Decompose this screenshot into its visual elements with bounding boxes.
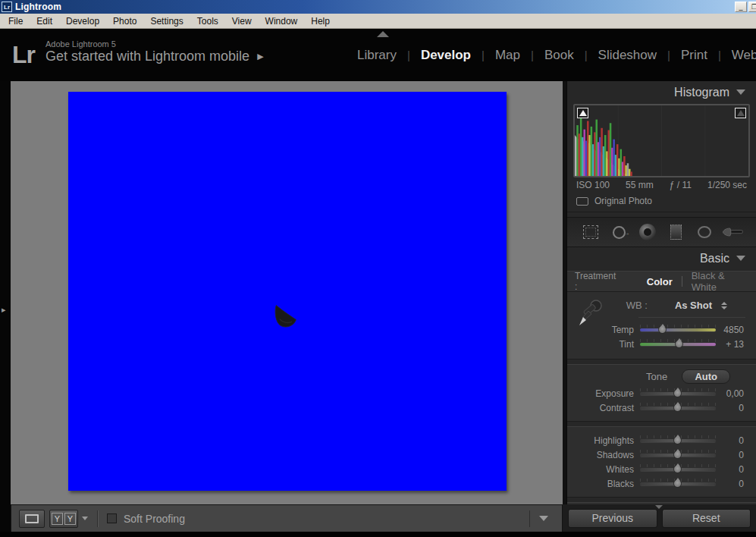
temp-slider[interactable] (640, 328, 716, 331)
tone-section: Tone Auto Exposure 0,00 Contrast 0 (567, 364, 756, 422)
highlight-clipping-icon (737, 110, 745, 116)
whites-value[interactable]: 0 (716, 464, 744, 475)
module-map[interactable]: Map (485, 45, 531, 66)
mobile-promo-link[interactable]: Get started with Lightroom mobile (45, 49, 249, 64)
menu-photo[interactable]: Photo (106, 14, 143, 28)
photo-preview[interactable] (68, 92, 507, 491)
graduated-filter-tool[interactable] (664, 221, 687, 243)
exposure-value[interactable]: 0,00 (716, 388, 744, 399)
module-web[interactable]: Web (721, 45, 756, 66)
highlights-slider[interactable] (640, 439, 716, 442)
develop-canvas (11, 81, 563, 504)
minimize-button[interactable]: _ (735, 2, 747, 12)
module-library[interactable]: Library (347, 45, 407, 66)
shadow-clipping-indicator[interactable] (577, 108, 588, 118)
whites-slider-row: Whites 0 (573, 462, 750, 476)
exposure-slider-row: Exposure 0,00 (573, 386, 750, 400)
exif-info: ISO 100 55 mm ƒ / 11 1/250 sec (567, 177, 756, 192)
red-eye-tool[interactable] (636, 221, 659, 243)
menu-edit[interactable]: Edit (30, 14, 59, 28)
maximize-button[interactable]: ❐ (748, 2, 756, 12)
auto-tone-button[interactable]: Auto (682, 369, 730, 384)
menu-tools[interactable]: Tools (190, 14, 225, 28)
exposure-slider[interactable] (640, 392, 716, 395)
adjustment-brush-tool[interactable] (721, 221, 744, 243)
blacks-slider-thumb[interactable] (673, 479, 682, 488)
spot-removal-tool[interactable] (607, 221, 630, 243)
radial-filter-icon (698, 226, 711, 238)
menu-view[interactable]: View (225, 14, 259, 28)
window-title: Lightroom (15, 2, 61, 12)
module-develop[interactable]: Develop (410, 45, 482, 66)
blacks-label: Blacks (573, 479, 634, 489)
menu-develop[interactable]: Develop (59, 14, 106, 28)
contrast-slider[interactable] (640, 407, 716, 410)
temp-value[interactable]: 4850 (716, 325, 744, 335)
bottom-edge (0, 532, 756, 537)
module-book[interactable]: Book (534, 45, 585, 66)
collapsed-left-panel[interactable]: ▸ (0, 81, 11, 504)
radial-filter-tool[interactable] (693, 221, 716, 243)
reset-button[interactable]: Reset (662, 509, 751, 528)
previous-button[interactable]: Previous (568, 509, 657, 528)
menu-window[interactable]: Window (259, 14, 305, 28)
module-print[interactable]: Print (670, 45, 718, 66)
original-photo-icon (576, 197, 588, 206)
histogram-header[interactable]: Histogram (567, 81, 756, 103)
tint-slider[interactable] (640, 343, 716, 346)
shadows-label: Shadows (573, 450, 634, 460)
highlight-clipping-indicator[interactable] (735, 108, 746, 118)
soft-proofing-checkbox[interactable] (107, 513, 117, 523)
exposure-slider-thumb[interactable] (673, 389, 682, 397)
highlights-label: Highlights (573, 435, 634, 446)
loupe-view-icon (25, 514, 39, 523)
toolbar-options-icon[interactable] (539, 516, 548, 521)
histogram-collapse-icon[interactable] (736, 90, 745, 95)
module-slideshow[interactable]: Slideshow (588, 45, 668, 66)
temp-slider-thumb[interactable] (658, 325, 667, 334)
shadows-slider[interactable] (640, 454, 716, 457)
histogram-display[interactable] (573, 104, 750, 177)
tone-range-section: Highlights 0 Shadows 0 Whites (567, 426, 756, 498)
wb-label: WB : (626, 300, 648, 311)
compare-dropdown-icon[interactable] (82, 517, 88, 520)
menu-file[interactable]: File (2, 14, 30, 28)
highlights-slider-row: Highlights 0 (573, 433, 750, 448)
loupe-view-button[interactable] (19, 510, 45, 528)
wb-eyedropper-icon[interactable] (576, 298, 604, 330)
whites-slider-thumb[interactable] (673, 465, 682, 473)
treatment-bw-option[interactable]: Black & White (692, 270, 748, 293)
basic-collapse-icon[interactable] (736, 256, 745, 261)
show-left-panel-icon[interactable]: ▸ (2, 306, 6, 313)
whites-slider[interactable] (640, 468, 716, 471)
menu-settings[interactable]: Settings (143, 14, 190, 28)
contrast-value[interactable]: 0 (716, 403, 744, 413)
highlights-value[interactable]: 0 (716, 435, 744, 446)
iso-value: ISO 100 (576, 180, 610, 190)
blacks-slider[interactable] (640, 482, 716, 485)
identity-plate: Lr Adobe Lightroom 5 Get started with Li… (12, 39, 264, 70)
shadows-value[interactable]: 0 (716, 450, 744, 460)
app-icon: Lr (2, 2, 12, 12)
wb-stepper-icon[interactable] (721, 302, 727, 309)
panel-scroll-icon[interactable] (655, 505, 663, 509)
menu-help[interactable]: Help (304, 14, 337, 28)
blacks-value[interactable]: 0 (716, 479, 744, 489)
after-icon: Y (64, 513, 76, 525)
before-icon: Y (52, 513, 63, 525)
shutter-speed-value: 1/250 sec (707, 180, 747, 190)
crop-overlay-tool[interactable] (579, 221, 602, 243)
menu-bar: File Edit Develop Photo Settings Tools V… (0, 14, 756, 29)
highlights-slider-thumb[interactable] (673, 436, 682, 444)
wb-preset-select[interactable]: As Shot (675, 300, 712, 311)
module-picker: Library | Develop | Map | Book | Slidesh… (347, 29, 756, 81)
tool-strip (567, 217, 756, 247)
compare-view-button[interactable]: Y Y (49, 510, 78, 528)
tint-slider-thumb[interactable] (675, 340, 683, 348)
contrast-slider-thumb[interactable] (673, 404, 682, 412)
basic-header[interactable]: Basic (567, 247, 756, 269)
treatment-color-option[interactable]: Color (647, 276, 673, 287)
tint-value[interactable]: + 13 (716, 339, 744, 350)
shadows-slider-thumb[interactable] (673, 451, 682, 459)
shadows-slider-row: Shadows 0 (573, 448, 750, 462)
